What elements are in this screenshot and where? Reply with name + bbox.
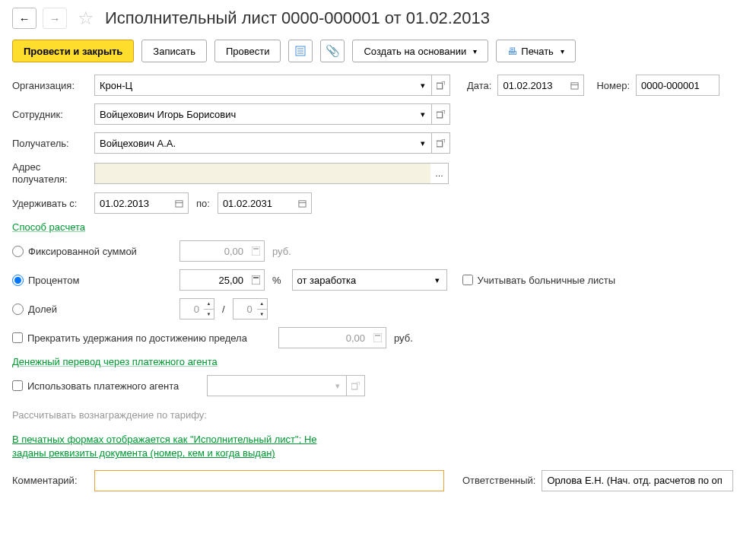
- withhold-to-calendar[interactable]: [294, 192, 312, 214]
- address-more[interactable]: …: [430, 163, 449, 184]
- fixed-sum-radio[interactable]: Фиксированной суммой: [12, 246, 179, 257]
- responsible-input[interactable]: [542, 470, 733, 491]
- fixed-value-input: [179, 240, 248, 262]
- calendar-icon: [298, 199, 307, 208]
- percent-base-input[interactable]: [292, 269, 429, 291]
- svg-rect-7: [437, 112, 443, 118]
- stop-limit-checkbox[interactable]: Прекратить удержания по достижению преде…: [12, 332, 278, 344]
- employee-input[interactable]: [94, 103, 414, 125]
- withhold-from-input[interactable]: [94, 192, 170, 214]
- recipient-label: Получатель:: [12, 138, 94, 149]
- sick-leave-checkbox[interactable]: Учитывать больничные листы: [462, 275, 616, 286]
- number-label: Номер:: [596, 80, 630, 91]
- recipient-input[interactable]: [94, 132, 414, 154]
- percent-value-input[interactable]: [179, 269, 248, 291]
- withhold-to-input[interactable]: [218, 192, 294, 214]
- address-input[interactable]: [94, 163, 430, 184]
- percent-unit: %: [272, 275, 281, 286]
- tariff-label: Рассчитывать вознаграждение по тарифу:: [12, 409, 207, 421]
- fraction-radio[interactable]: Долей: [12, 304, 179, 315]
- fraction-den-spinner: ▲▼: [257, 298, 268, 319]
- svg-rect-19: [351, 383, 357, 389]
- employee-open[interactable]: [432, 103, 450, 125]
- organization-dropdown[interactable]: ▾: [414, 75, 432, 96]
- attachment-button[interactable]: 📎: [320, 40, 345, 62]
- recipient-open[interactable]: [432, 132, 450, 154]
- favorite-icon[interactable]: ☆: [78, 8, 94, 29]
- withhold-from-calendar[interactable]: [170, 192, 189, 214]
- create-based-button[interactable]: Создать на основании: [352, 40, 488, 62]
- employee-dropdown[interactable]: ▾: [414, 103, 432, 125]
- withhold-to-label: по:: [196, 198, 210, 209]
- calendar-icon: [570, 81, 579, 90]
- calculator-icon: [370, 327, 386, 348]
- fixed-unit: руб.: [272, 246, 291, 257]
- agent-input: [207, 375, 329, 396]
- svg-rect-9: [176, 201, 183, 207]
- svg-rect-4: [437, 83, 443, 89]
- page-title: Исполнительный лист 0000-000001 от 01.02…: [105, 8, 490, 28]
- print-button[interactable]: 🖶 Печать: [496, 40, 576, 62]
- report-icon: [295, 46, 306, 56]
- transfer-section-title: Денежный перевод через платежного агента: [12, 356, 744, 367]
- svg-rect-11: [299, 201, 306, 207]
- forward-button[interactable]: →: [43, 8, 67, 29]
- paperclip-icon: 📎: [326, 44, 340, 58]
- agent-open: [347, 375, 365, 396]
- svg-rect-5: [571, 82, 578, 88]
- recipient-dropdown[interactable]: ▾: [414, 132, 432, 154]
- calc-section-title: Способ расчета: [12, 221, 744, 233]
- percent-radio[interactable]: Процентом: [12, 275, 179, 286]
- withhold-from-label: Удерживать с:: [12, 198, 94, 209]
- post-and-close-button[interactable]: Провести и закрыть: [12, 40, 134, 62]
- printer-icon: 🖶: [507, 46, 517, 57]
- agent-dropdown: ▾: [329, 375, 347, 396]
- number-input[interactable]: [636, 75, 719, 96]
- svg-rect-8: [437, 141, 443, 147]
- date-label: Дата:: [467, 80, 491, 91]
- date-calendar[interactable]: [566, 75, 584, 96]
- fraction-num-input: [179, 298, 204, 319]
- comment-label: Комментарий:: [12, 475, 94, 486]
- print-form-link[interactable]: В печатных формах отображается как "Испо…: [12, 434, 317, 459]
- address-label: Адрес получателя:: [12, 161, 94, 185]
- stop-limit-unit: руб.: [394, 332, 413, 344]
- svg-rect-16: [253, 277, 259, 278]
- report-button[interactable]: [288, 40, 313, 62]
- comment-input[interactable]: [94, 470, 444, 491]
- calculator-icon: [248, 240, 265, 262]
- fraction-divider: /: [222, 304, 225, 315]
- back-button[interactable]: ←: [12, 8, 37, 29]
- svg-rect-17: [373, 333, 382, 342]
- write-button[interactable]: Записать: [141, 40, 207, 62]
- svg-rect-15: [252, 275, 260, 284]
- fraction-num-spinner: ▲▼: [204, 298, 214, 319]
- svg-rect-13: [252, 246, 260, 256]
- organization-open[interactable]: [432, 75, 450, 96]
- responsible-label: Ответственный:: [462, 475, 535, 486]
- employee-label: Сотрудник:: [12, 109, 94, 120]
- percent-base-dropdown[interactable]: ▾: [429, 269, 447, 291]
- stop-limit-value-input: [278, 327, 370, 348]
- organization-label: Организация:: [12, 80, 94, 91]
- fraction-den-input: [233, 298, 257, 319]
- svg-rect-14: [253, 248, 259, 250]
- calendar-icon: [175, 199, 183, 208]
- svg-rect-18: [375, 335, 380, 336]
- calculator-icon[interactable]: [248, 269, 265, 291]
- post-button[interactable]: Провести: [214, 40, 281, 62]
- date-input[interactable]: [497, 75, 566, 96]
- use-agent-checkbox[interactable]: Использовать платежного агента: [12, 380, 207, 392]
- organization-input[interactable]: [94, 75, 414, 96]
